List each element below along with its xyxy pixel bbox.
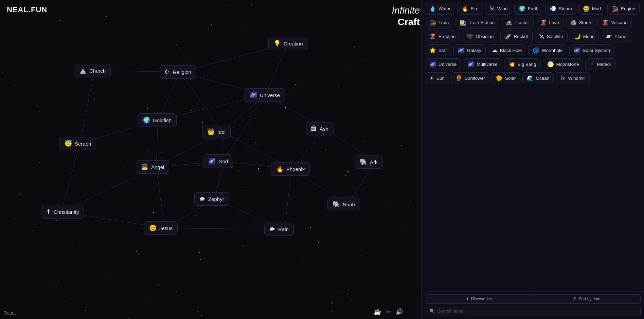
sidebar-item-train-station[interactable]: 🚉Train Station [455, 17, 499, 29]
sidebar-item-universe[interactable]: 🌌Universe [425, 58, 461, 70]
node-zephyr[interactable]: 🌧Zephyr [194, 192, 229, 206]
sidebar-item-solar[interactable]: 🌞Solar [491, 72, 520, 84]
node-noah[interactable]: 🐘Noah [327, 198, 360, 211]
sidebar-item-28-label: Meteor [597, 62, 611, 67]
footer-tab-0[interactable]: ✦Discoveries [425, 294, 533, 304]
sidebar-item-moonstone[interactable]: 🌕Moonstone [543, 58, 584, 70]
node-ark-label: Ark [370, 159, 378, 165]
node-creation-emoji: 💡 [273, 40, 281, 47]
sidebar-item-16-emoji: 🛰 [539, 34, 544, 40]
sidebar-item-windmill[interactable]: 🌬Windmill [556, 72, 590, 84]
search-input[interactable] [437, 308, 636, 314]
node-idol-emoji: 👑 [207, 128, 215, 135]
sidebar-item-31-emoji: 🌞 [496, 75, 503, 81]
sidebar-item-multiverse[interactable]: 🌌Multiverse [463, 58, 502, 70]
sidebar-item-satellite[interactable]: 🛰Satellite [535, 31, 568, 42]
sidebar-item-29-label: Sun [436, 76, 445, 81]
sidebar-item-rocket[interactable]: 🚀Rocket [500, 31, 533, 42]
sidebar-item-fire[interactable]: 🔥Fire [457, 3, 483, 15]
sidebar-item-6-label: Engine [621, 6, 635, 11]
node-god[interactable]: 🌌God [203, 154, 233, 168]
node-ash-label: Ash [320, 126, 328, 132]
node-jesus[interactable]: 😊Jesus [144, 221, 178, 235]
node-religion[interactable]: ☪Religion [160, 65, 196, 79]
sidebar-item-galaxy[interactable]: 🌌Galaxy [453, 44, 486, 56]
node-religion-label: Religion [173, 69, 191, 75]
sidebar-item-wormhole[interactable]: 🌀Wormhole [528, 44, 567, 56]
node-goldfish[interactable]: 🌍Goldfish [138, 113, 177, 127]
sidebar-item-14-label: Obsidian [476, 34, 494, 39]
sidebar-item-meteor[interactable]: ☄Meteor [585, 58, 615, 70]
node-idol-label: Idol [217, 129, 226, 135]
sidebar-item-stone[interactable]: 🪨Stone [566, 17, 595, 29]
sidebar-item-30-label: Sunflower [465, 76, 485, 81]
node-phoenix[interactable]: 🔥Phoenix [271, 162, 310, 176]
node-god-emoji: 🌌 [208, 157, 216, 165]
sidebar-item-planet[interactable]: 🪐Planet [601, 31, 632, 42]
node-seraph[interactable]: 😇Seraph [59, 137, 96, 150]
node-angel[interactable]: 👼Angel [136, 160, 169, 174]
sidebar-item-black-hole[interactable]: 🕳Black Hole [488, 44, 526, 56]
node-ark[interactable]: 🐘Ark [355, 155, 383, 169]
node-phoenix-label: Phoenix [286, 166, 305, 172]
sidebar-item-31-label: Solar [505, 76, 516, 81]
sidebar-item-sun[interactable]: ☀Sun [425, 72, 449, 84]
sidebar-item-26-emoji: 💥 [508, 61, 515, 68]
bottom-icons: ☕✏🔊 [374, 308, 403, 316]
sidebar-item-28-emoji: ☄ [590, 61, 594, 68]
sidebar-item-26-label: Big Bang [518, 62, 536, 67]
sidebar-item-star[interactable]: ⭐Star [425, 44, 451, 56]
sidebar-item-3-emoji: 🌍 [519, 5, 525, 12]
sidebar-item-4-emoji: 💨 [550, 5, 556, 12]
sidebar-item-engine[interactable]: 🚂Engine [607, 3, 640, 15]
footer-tab-1[interactable]: ⏱Sort by time [533, 294, 641, 304]
sidebar-item-earth[interactable]: 🌍Earth [514, 3, 543, 15]
sidebar-item-lava[interactable]: 🌋Lava [536, 17, 564, 29]
sidebar-item-steam[interactable]: 💨Steam [545, 3, 576, 15]
node-universe[interactable]: 🌌Universe [245, 88, 285, 102]
sidebar-item-sunflower[interactable]: 🌻Sunflower [451, 72, 489, 84]
sidebar-item-14-emoji: 🖤 [466, 33, 473, 40]
sidebar-item-7-label: Train [439, 20, 449, 25]
node-zephyr-label: Zephyr [208, 196, 224, 202]
sidebar-item-32-label: Ocean [536, 76, 550, 81]
node-zephyr-emoji: 🌧 [199, 195, 205, 203]
sound-icon[interactable]: 🔊 [396, 308, 403, 316]
sidebar-item-big-bang[interactable]: 💥Big Bang [504, 58, 541, 70]
node-church[interactable]: ⛪Church [74, 64, 111, 77]
sidebar-item-22-emoji: 🌀 [533, 47, 539, 54]
sidebar-item-29-emoji: ☀ [429, 75, 434, 81]
node-creation[interactable]: 💡Creation [268, 37, 308, 50]
sidebar-item-moon[interactable]: 🌙Moon [570, 31, 599, 42]
sidebar-item-22-label: Wormhole [542, 48, 562, 53]
sidebar-item-25-label: Multiverse [477, 62, 498, 67]
sidebar-item-5-emoji: 🤮 [583, 5, 590, 12]
node-goldfish-label: Goldfish [153, 117, 172, 123]
sidebar-item-tractor[interactable]: 🚜Tractor [501, 17, 533, 29]
search-bar[interactable]: 🔍 [425, 306, 641, 316]
node-rain[interactable]: 🌧Rain [264, 223, 294, 236]
sidebar-item-mud[interactable]: 🤮Mud [578, 3, 605, 15]
node-idol[interactable]: 👑Idol [202, 125, 231, 138]
coffee-icon[interactable]: ☕ [374, 308, 381, 316]
node-ash[interactable]: 🏛Ash [306, 122, 334, 135]
sidebar-item-8-emoji: 🚉 [460, 19, 466, 26]
sidebar-item-obsidian[interactable]: 🖤Obsidian [462, 31, 498, 42]
sidebar-item-23-label: Solar System [583, 48, 610, 53]
sidebar-item-solar-system[interactable]: 🌌Solar System [569, 44, 614, 56]
node-ash-emoji: 🏛 [311, 125, 317, 132]
sidebar-item-volcano[interactable]: 🌋Volcano [597, 17, 632, 29]
sidebar-item-water[interactable]: 💧Water [425, 3, 455, 15]
node-rain-emoji: 🌧 [269, 226, 275, 233]
sidebar-item-wind[interactable]: 🌬Wind [485, 3, 512, 15]
sidebar-item-train[interactable]: 🚂Train [425, 17, 453, 29]
sidebar-item-9-emoji: 🚜 [505, 19, 512, 26]
sidebar-item-eruption[interactable]: 🌋Eruption [425, 31, 460, 42]
svg-line-17 [80, 71, 94, 144]
sidebar-item-2-label: Wind [497, 6, 508, 11]
reset-button[interactable]: Reset [3, 310, 16, 316]
node-goldfish-emoji: 🌍 [143, 116, 150, 124]
edit-icon[interactable]: ✏ [386, 308, 391, 316]
sidebar-item-ocean[interactable]: 🌊Ocean [522, 72, 554, 84]
node-christianity[interactable]: ✝Christianity [41, 205, 84, 219]
